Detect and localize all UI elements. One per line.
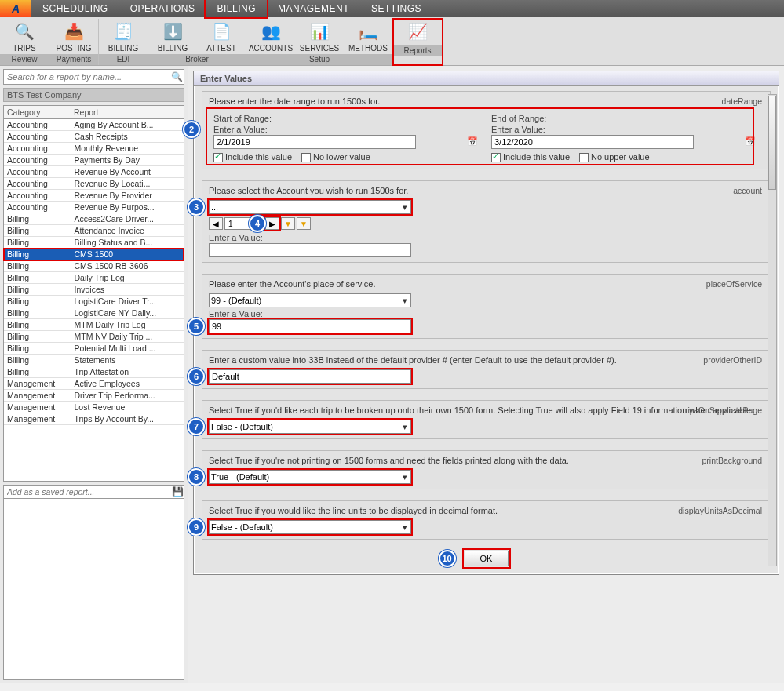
saved-report-name-input[interactable] [4,486,171,498]
pager-prev-button[interactable]: ◀ [209,217,223,230]
accounts-label: ACCOUNTS [249,44,293,53]
section-placeofservice: placeOfService Please enter the Account'… [202,274,771,339]
report-row[interactable]: AccountingRevenue By Purpos... [4,202,184,213]
ribbon-trips[interactable]: 🔍TRIPS [0,19,49,54]
save-icon[interactable]: 💾 [171,486,184,498]
account-value-input[interactable] [209,243,411,257]
no-lower-checkbox[interactable] [301,153,311,162]
include-end-label: Include this value [503,152,570,162]
report-search[interactable]: 🔍 [3,69,184,85]
dialog-title: Enter Values [194,71,779,86]
prompt-providerotherid: Enter a custom value into 33B instead of… [209,355,764,365]
end-date-input[interactable] [491,135,694,149]
report-row[interactable]: AccountingRevenue By Account [4,166,184,178]
report-row[interactable]: BillingMTM NV Daily Trip ... [4,331,184,343]
report-list[interactable]: Category Report AccountingAging By Accou… [3,105,184,482]
report-row[interactable]: BillingCMS 1500 [4,249,184,260]
report-row[interactable]: BillingTrip Attestation [4,366,184,378]
col-category[interactable]: Category [4,106,71,119]
report-row[interactable]: BillingStatements [4,355,184,366]
include-start-checkbox[interactable] [213,153,223,162]
menu-operations[interactable]: OPERATIONS [119,0,206,17]
calendar-icon[interactable]: 📅 [745,136,756,147]
ok-button[interactable]: OK [465,551,509,566]
report-row[interactable]: BillingMTM Daily Trip Log [4,319,184,331]
methods-icon: 🛏️ [357,20,379,42]
report-row[interactable]: BillingCMS 1500 RB-3606 [4,260,184,272]
report-row[interactable]: BillingPotential Multi Load ... [4,343,184,355]
include-end-checkbox[interactable] [491,153,501,162]
report-row[interactable]: ManagementActive Employees [4,378,184,390]
report-row[interactable]: BillingAttendance Invoice [4,225,184,237]
ribbon-posting[interactable]: 📥POSTING [49,19,98,54]
filter-icon[interactable]: ▼ [281,217,295,230]
start-date-input[interactable] [213,135,416,149]
no-upper-checkbox[interactable] [579,153,589,162]
ribbon-reports[interactable]: 📈 [393,19,442,45]
label-enter-value: Enter a Value: [209,233,764,242]
printbackground-value: True - (Default) [211,472,269,482]
printbackground-select[interactable]: True - (Default) [209,470,411,484]
report-row[interactable]: AccountingPayments By Day [4,155,184,166]
report-row[interactable]: ManagementLost Revenue [4,402,184,413]
placeofservice-value-input[interactable] [209,319,411,333]
ribbon-group-reports: 📈Reports [393,19,443,65]
report-row[interactable]: AccountingMonthly Revenue [4,143,184,155]
menu-settings[interactable]: SETTINGS [360,0,432,17]
report-row[interactable]: ManagementDriver Trip Performa... [4,390,184,402]
saved-report-list[interactable] [3,499,184,680]
report-row[interactable]: BillingLogistiCare NY Daily... [4,307,184,319]
ribbon-billing-edi[interactable]: 🧾BILLING [99,19,148,54]
ribbon-group-label: Reports [393,45,442,56]
ribbon-group-edi: 🧾BILLINGEDI [99,19,148,65]
tripsonseparatepage-select[interactable]: False - (Default) [209,420,411,434]
ribbon-billing-broker[interactable]: ⬇️BILLING [148,19,197,54]
report-row[interactable]: BillingInvoices [4,284,184,296]
section-tripsonseparatepage: tripsOnSeparatePage Select True if you'd… [202,400,771,439]
scrollbar[interactable] [768,94,777,566]
report-row[interactable]: AccountingRevenue By Provider [4,190,184,202]
providerotherid-input[interactable] [209,369,411,384]
no-lower-label: No lower value [313,152,370,162]
label-start-of-range: Start of Range: [213,114,481,123]
search-icon[interactable]: 🔍 [170,70,184,84]
report-row[interactable]: AccountingCash Receipts [4,131,184,143]
tripsonseparatepage-value: False - (Default) [211,422,273,431]
calendar-icon[interactable]: 📅 [467,136,478,147]
menu-billing[interactable]: BILLING [206,0,267,17]
report-row[interactable]: BillingBilling Status and B... [4,237,184,249]
pager-index-input[interactable] [224,217,264,230]
param-key: displayUnitsAsDecimal [678,506,762,515]
col-report[interactable]: Report [71,106,184,119]
report-search-input[interactable] [4,70,170,84]
company-selector[interactable]: BTS Test Company [3,88,184,102]
label-end-of-range: End of Range: [491,114,759,123]
displayunitsasdecimal-select[interactable]: False - (Default) [209,520,411,534]
pager-next-button[interactable]: ▶ [265,217,279,230]
app-logo: A [0,0,31,17]
menu-management[interactable]: MANAGEMENT [267,0,360,17]
report-row[interactable]: BillingDaily Trip Log [4,272,184,284]
placeofservice-select[interactable]: 99 - (Default) [209,293,411,307]
report-row[interactable]: ManagementTrips By Account By... [4,413,184,425]
billing-edi-label: BILLING [108,44,138,53]
ribbon-services[interactable]: 📊SERVICES [295,19,344,54]
ribbon-attest[interactable]: 📄ATTEST [197,19,246,54]
reports-icon: 📈 [407,20,428,42]
filter-icon-2[interactable]: ▼ [297,217,311,230]
posting-label: POSTING [56,44,91,53]
report-row[interactable]: AccountingAging By Account B... [4,119,184,131]
ribbon-group-broker: ⬇️BILLING📄ATTESTBroker [148,19,246,65]
ribbon-methods[interactable]: 🛏️METHODS [344,19,392,54]
ribbon: 🔍TRIPSReview📥POSTINGPayments🧾BILLINGEDI⬇… [0,17,784,66]
left-panel: 🔍 BTS Test Company Category Report Accou… [0,66,188,683]
ribbon-accounts[interactable]: 👥ACCOUNTS [246,19,295,54]
account-select[interactable]: ... [209,200,411,214]
menu-scheduling[interactable]: SCHEDULING [31,0,119,17]
report-row[interactable]: AccountingRevenue By Locati... [4,178,184,190]
report-row[interactable]: BillingLogistiCare Driver Tr... [4,296,184,307]
param-key: tripsOnSeparatePage [683,406,762,415]
report-row[interactable]: BillingAccess2Care Driver... [4,213,184,225]
ribbon-group-label: Payments [49,54,98,65]
displayunitsasdecimal-value: False - (Default) [211,522,273,532]
